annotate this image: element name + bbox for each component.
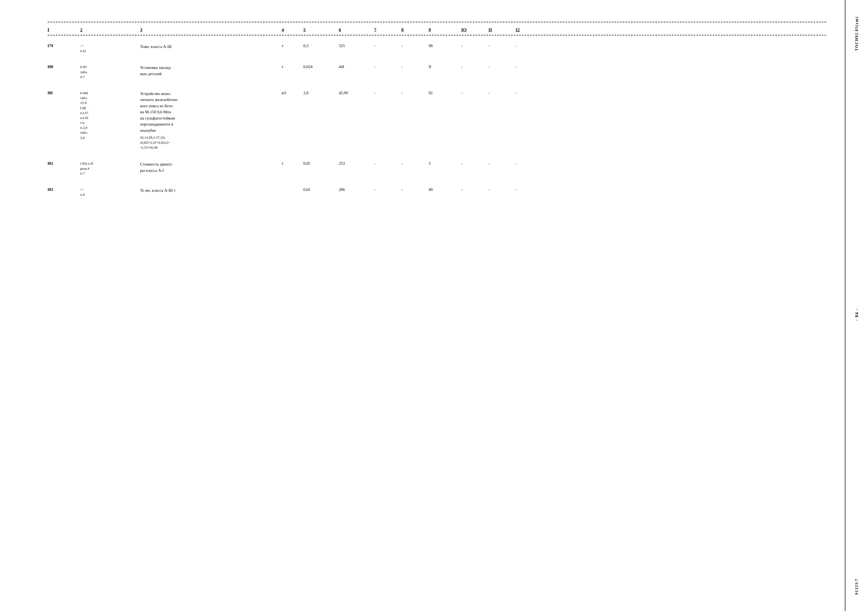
right-top-label: ТОСН92.85(уш) bbox=[855, 16, 859, 51]
table-row: I79 -"-п.I2 Тоже, класса А-Ш т 0,3 325 -… bbox=[48, 36, 826, 56]
row-col7: - bbox=[374, 187, 401, 192]
row-description: Установка заклад-ных деталей bbox=[140, 65, 282, 77]
row-reference: -"-п.I2 bbox=[80, 43, 140, 53]
header-col12: I2 bbox=[516, 27, 543, 33]
table-row: I8I 6-I68табл.15-9СШп.I-I7п.I-I6т.ч.п.2,… bbox=[48, 82, 826, 153]
row-number: I80 bbox=[48, 65, 80, 69]
header-col11: II bbox=[488, 27, 516, 33]
header-col6: 6 bbox=[339, 27, 374, 33]
row-col7: - bbox=[374, 43, 401, 48]
row-col12: - bbox=[516, 187, 543, 192]
row-number: I82 bbox=[48, 161, 80, 166]
row-col12: - bbox=[516, 65, 543, 69]
row-reference: СРЦ ч.Празд.4п.7 bbox=[80, 161, 140, 176]
header-col8: 8 bbox=[401, 27, 429, 33]
row-col11: - bbox=[488, 161, 516, 166]
row-col8: - bbox=[401, 187, 429, 192]
right-mid-note: - 84 - bbox=[854, 308, 859, 321]
top-dashed-border bbox=[48, 22, 826, 22]
row-col11: - bbox=[488, 91, 516, 95]
row-col9: 40 bbox=[429, 187, 461, 192]
table-row: I80 6-83табл.9-7 Установка заклад-ных де… bbox=[48, 56, 826, 82]
row-col11: - bbox=[488, 65, 516, 69]
row-reference: 6-I68табл.15-9СШп.I-I7п.I-I6т.ч.п.2,6таб… bbox=[80, 91, 140, 140]
row-col9: 98 bbox=[429, 43, 461, 48]
row-col11: - bbox=[488, 187, 516, 192]
row-description: Стоимость армату-ры класса А-I bbox=[140, 161, 282, 174]
row-col10: - bbox=[461, 65, 488, 69]
row-col6: 286 bbox=[339, 187, 374, 192]
right-bottom-label: 91353/7 bbox=[855, 578, 859, 595]
row-unit: м3 bbox=[282, 91, 304, 95]
row-col5: 2,0 bbox=[304, 91, 339, 95]
header-col4: 4 bbox=[282, 27, 304, 33]
column-headers-row: I 2 3 4 5 6 7 8 9 IO II bbox=[48, 25, 826, 36]
row-col12: - bbox=[516, 43, 543, 48]
row-unit: т bbox=[282, 43, 304, 48]
header-col2: 2 bbox=[80, 27, 140, 33]
row-col12: - bbox=[516, 91, 543, 95]
table-row: I82 СРЦ ч.Празд.4п.7 Стоимость армату-ры… bbox=[48, 153, 826, 179]
header-col1: I bbox=[48, 27, 80, 33]
row-description: То же, класса А-Ш т bbox=[140, 187, 282, 194]
row-col6: 44I bbox=[339, 65, 374, 69]
row-col7: - bbox=[374, 65, 401, 69]
row-col8: - bbox=[401, 65, 429, 69]
row-col12: - bbox=[516, 161, 543, 166]
header-col10: IO bbox=[461, 27, 488, 33]
header-col7: 7 bbox=[374, 27, 401, 33]
row-col7: - bbox=[374, 91, 401, 95]
row-col10: - bbox=[461, 43, 488, 48]
table-row: I83 -"-п.9 То же, класса А-Ш т 0,I4 286 … bbox=[48, 179, 826, 200]
row-unit: т bbox=[282, 65, 304, 69]
row-col11: - bbox=[488, 43, 516, 48]
row-col5: 0,024 bbox=[304, 65, 339, 69]
header-col3: 3 bbox=[140, 27, 282, 33]
row-number: I83 bbox=[48, 187, 80, 192]
row-col6: 253 bbox=[339, 161, 374, 166]
row-unit: т bbox=[282, 161, 304, 166]
row-col5: 0,3 bbox=[304, 43, 339, 48]
row-description: Устройство моно-литного железобетон-ного… bbox=[140, 91, 282, 150]
row-reference: -"-п.9 bbox=[80, 187, 140, 197]
row-reference: 6-83табл.9-7 bbox=[80, 65, 140, 79]
row-col9: 3 bbox=[429, 161, 461, 166]
row-col8: - bbox=[401, 43, 429, 48]
row-col6: 325 bbox=[339, 43, 374, 48]
table-body: I79 -"-п.I2 Тоже, класса А-Ш т 0,3 325 -… bbox=[48, 36, 826, 200]
header-col5: 5 bbox=[304, 27, 339, 33]
row-col8: - bbox=[401, 161, 429, 166]
header-col9: 9 bbox=[429, 27, 461, 33]
row-description: Тоже, класса А-Ш bbox=[140, 43, 282, 50]
row-col5: 0,I4 bbox=[304, 187, 339, 192]
row-col10: - bbox=[461, 91, 488, 95]
row-number: I79 bbox=[48, 43, 80, 48]
row-number: I8I bbox=[48, 91, 80, 95]
row-col5: 0,0I bbox=[304, 161, 339, 166]
row-col8: - bbox=[401, 91, 429, 95]
row-col10: - bbox=[461, 161, 488, 166]
row-col9: II bbox=[429, 65, 461, 69]
right-side-panel: ТОСН92.85(уш) - 84 - 91353/7 bbox=[845, 0, 868, 611]
row-col6: 45,99 bbox=[339, 91, 374, 95]
row-col10: - bbox=[461, 187, 488, 192]
row-col9: 92 bbox=[429, 91, 461, 95]
row-col7: - bbox=[374, 161, 401, 166]
